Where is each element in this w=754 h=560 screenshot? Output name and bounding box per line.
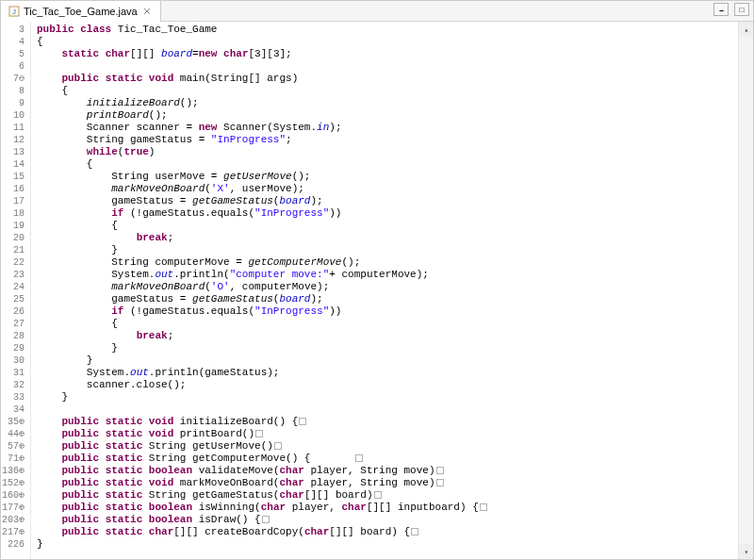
code-line[interactable]: String userMove = getUserMove(); [31, 171, 738, 183]
line-number: 29 [1, 342, 30, 354]
code-line[interactable]: gameStatus = getGameStatus(board); [31, 195, 738, 207]
code-line[interactable]: initializeBoard(); [31, 97, 738, 109]
code-line[interactable] [31, 60, 738, 73]
code-line[interactable]: System.out.println("computer move:"+ com… [31, 269, 738, 281]
line-number: 3 [1, 24, 30, 36]
line-number: 12 [1, 134, 30, 146]
line-number: 217⊕ [1, 526, 30, 538]
code-line[interactable]: if (!gameStatus.equals("InProgress")) [31, 207, 738, 220]
editor-content: 34567⊖8910111213141516171819202122232425… [1, 22, 753, 559]
line-number: 35⊕ [1, 416, 30, 428]
maximize-button[interactable]: □ [734, 3, 749, 16]
code-line[interactable]: { [31, 158, 738, 171]
line-number: 20 [1, 232, 30, 244]
code-line[interactable]: public static String getUserMove() [31, 440, 738, 453]
file-tab-label: Tic_Tac_Toe_Game.java [24, 6, 138, 17]
line-number: 226 [1, 538, 30, 551]
code-line[interactable]: System.out.println(gameStatus); [31, 367, 738, 379]
line-number: 17 [1, 195, 30, 207]
code-line[interactable]: } [31, 391, 738, 404]
code-line[interactable]: String computerMove = getComputerMove(); [31, 256, 738, 269]
scroll-down-arrow[interactable]: ▾ [739, 544, 753, 559]
line-number: 24 [1, 281, 30, 293]
code-line[interactable]: String gameStatus = "InProgress"; [31, 134, 738, 146]
svg-text:J: J [12, 8, 16, 16]
line-number: 14 [1, 158, 30, 171]
line-number: 23 [1, 269, 30, 281]
code-line[interactable]: public static void initializeBoard() { [31, 416, 738, 428]
line-number: 15 [1, 171, 30, 183]
line-number: 177⊕ [1, 502, 30, 514]
line-number: 22 [1, 256, 30, 269]
code-line[interactable]: if (!gameStatus.equals("InProgress")) [31, 305, 738, 318]
code-line[interactable]: } [31, 354, 738, 367]
line-number: 7⊖ [1, 73, 30, 85]
code-line[interactable]: break; [31, 330, 738, 342]
line-number: 136⊕ [1, 465, 30, 477]
line-number: 31 [1, 367, 30, 379]
line-number: 21 [1, 244, 30, 256]
code-line[interactable]: { [31, 220, 738, 232]
code-line[interactable]: { [31, 85, 738, 97]
line-number: 160⊕ [1, 489, 30, 502]
line-number: 8 [1, 85, 30, 97]
line-number: 25 [1, 293, 30, 305]
code-line[interactable]: public static boolean isDraw() { [31, 514, 738, 526]
code-line[interactable]: public static void printBoard() [31, 428, 738, 440]
code-line[interactable]: { [31, 36, 738, 48]
line-number: 16 [1, 183, 30, 195]
code-line[interactable]: scanner.close(); [31, 379, 738, 391]
line-number: 6 [1, 60, 30, 73]
code-line[interactable]: } [31, 244, 738, 256]
code-line[interactable]: public static String getGameStatus(char[… [31, 489, 738, 502]
line-number: 13 [1, 146, 30, 158]
code-line[interactable]: gameStatus = getGameStatus(board); [31, 293, 738, 305]
line-number: 34 [1, 404, 30, 416]
line-number: 11 [1, 122, 30, 134]
line-number: 57⊕ [1, 440, 30, 453]
minimize-button[interactable]: ‒ [713, 3, 729, 16]
line-number: 30 [1, 354, 30, 367]
code-line[interactable]: public static boolean validateMove(char … [31, 465, 738, 477]
code-line[interactable]: public static String getComputerMove() { [31, 453, 738, 465]
code-line[interactable]: public static void main(String[] args) [31, 73, 738, 85]
vertical-scrollbar[interactable]: ▴ ▾ [738, 22, 753, 559]
line-number: 44⊕ [1, 428, 30, 440]
java-file-icon: J [8, 6, 20, 17]
line-number: 152⊕ [1, 477, 30, 489]
line-number: 32 [1, 379, 30, 391]
code-line[interactable]: markMoveOnBoard('O', computerMove); [31, 281, 738, 293]
file-tab[interactable]: J Tic_Tac_Toe_Game.java [1, 1, 161, 22]
code-line[interactable]: Scanner scanner = new Scanner(System.in)… [31, 122, 738, 134]
line-number: 5 [1, 48, 30, 60]
close-icon[interactable] [141, 6, 153, 17]
code-line[interactable]: while(true) [31, 146, 738, 158]
tab-bar: J Tic_Tac_Toe_Game.java ‒ □ [1, 1, 753, 22]
line-number: 27 [1, 318, 30, 330]
line-number: 18 [1, 207, 30, 220]
code-line[interactable]: } [31, 342, 738, 354]
line-number: 10 [1, 109, 30, 122]
line-number: 9 [1, 97, 30, 109]
scroll-up-arrow[interactable]: ▴ [739, 22, 753, 37]
line-number: 19 [1, 220, 30, 232]
line-number: 28 [1, 330, 30, 342]
code-line[interactable]: } [31, 538, 738, 551]
code-line[interactable]: public static char[][] createBoardCopy(c… [31, 526, 738, 538]
code-line[interactable]: public class Tic_Tac_Toe_Game [31, 24, 738, 36]
line-number: 203⊕ [1, 514, 30, 526]
code-area[interactable]: public class Tic_Tac_Toe_Game{ static ch… [31, 22, 738, 559]
editor-window: J Tic_Tac_Toe_Game.java ‒ □ 34567⊖891011… [0, 0, 754, 560]
code-line[interactable]: { [31, 318, 738, 330]
code-line[interactable]: public static void markMoveOnBoard(char … [31, 477, 738, 489]
code-line[interactable]: public static boolean isWinning(char pla… [31, 502, 738, 514]
line-number-gutter[interactable]: 34567⊖8910111213141516171819202122232425… [1, 22, 31, 559]
code-line[interactable] [31, 404, 738, 416]
code-line[interactable]: markMoveOnBoard('X', userMove); [31, 183, 738, 195]
code-line[interactable]: printBoard(); [31, 109, 738, 122]
window-controls: ‒ □ [713, 3, 749, 16]
line-number: 71⊕ [1, 453, 30, 465]
code-line[interactable]: static char[][] board=new char[3][3]; [31, 48, 738, 60]
line-number: 33 [1, 391, 30, 404]
code-line[interactable]: break; [31, 232, 738, 244]
